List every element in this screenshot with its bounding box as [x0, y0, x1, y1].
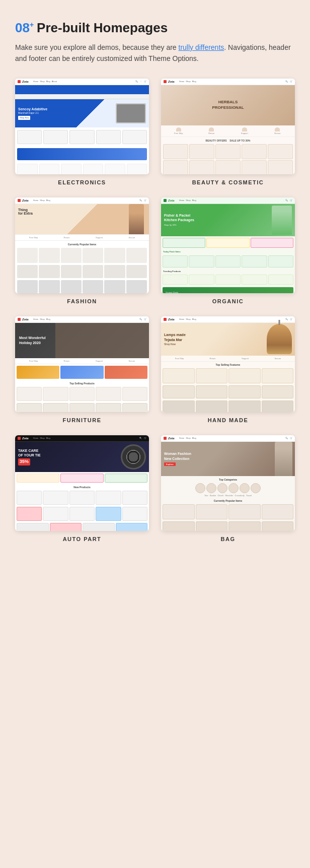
hprod-1 — [163, 368, 195, 383]
fitem-5 — [104, 248, 125, 263]
title-accent: 08+ — [15, 20, 34, 36]
fashion-items-grid3 — [15, 279, 149, 293]
brand-bar-fashion: Zota Home Shop Blog 🔍 🛒 — [15, 197, 149, 204]
fitem2-3 — [61, 265, 82, 278]
org-prod-4 — [242, 255, 267, 268]
arr-2 — [39, 164, 60, 174]
aprod3-1 — [17, 523, 49, 531]
furniture-products-grid2 — [15, 402, 149, 412]
fitem2-5 — [104, 265, 125, 278]
fprod-1 — [17, 387, 42, 401]
beauty-hero: HERBALSPROFESSIONAL — [161, 85, 295, 125]
bag-categories-row — [161, 482, 295, 494]
bagprod2-2 — [196, 521, 228, 531]
card-image-electronics[interactable]: Zota Home Shop Blog About 🔍 ♡ 🛒 — [15, 79, 149, 174]
organic-trending-label: Trending Products — [161, 269, 295, 274]
beauty-prod-9 — [242, 160, 267, 174]
autopart-products-grid2 — [15, 506, 149, 522]
card-label-autopart: AUTO PART — [63, 536, 102, 542]
fashion-hero: Thingfor Extra — [15, 204, 149, 234]
autopart-offer-2 — [60, 474, 103, 483]
bag-cat-1 — [195, 483, 205, 493]
card-image-beauty[interactable]: Zota Home Shop Blog 🔍 🛒 HERBALSPROFESSIO… — [161, 79, 295, 174]
organic-offers-row — [161, 236, 295, 249]
fitem2-1 — [17, 265, 38, 278]
aprod-3 — [69, 491, 95, 505]
card-image-bag[interactable]: Zota Home Shop Blog 🔍 🛒 Woman FashionNew… — [161, 435, 295, 531]
brand-dot-furniture — [18, 318, 21, 321]
hprod-3 — [228, 368, 261, 383]
org-prod2-5 — [268, 275, 293, 285]
fitem2-4 — [83, 265, 103, 278]
handmade-products-row3 — [161, 399, 295, 412]
autopart-offers-row — [15, 472, 149, 484]
fitem3-6 — [126, 280, 147, 293]
fprod-5 — [122, 387, 147, 401]
furniture-hero-bg — [55, 323, 149, 358]
bagprod-2 — [196, 504, 228, 519]
electronics-prod-5 — [122, 130, 147, 144]
electronics-arrivals-row — [15, 162, 149, 174]
bag-hero-person — [275, 442, 292, 476]
mock-handmade: Zota Home Shop Blog 🔍 🛒 Lam — [161, 316, 295, 412]
org-prod-2 — [189, 255, 214, 268]
bag-cat-4 — [228, 483, 239, 493]
beauty-prod-8 — [215, 160, 241, 174]
bagprod-1 — [163, 504, 195, 519]
card-label-fashion: FASHION — [67, 298, 97, 304]
electronics-prod-2 — [43, 130, 68, 144]
autopart-hero-wheel — [121, 444, 146, 470]
aprod-4 — [96, 491, 121, 505]
fitem3-4 — [83, 280, 103, 293]
card-label-organic: ORGANIC — [212, 298, 244, 304]
electronics-prod-1 — [17, 130, 42, 144]
fitem-2 — [39, 248, 59, 263]
brand-bar-organic: Zota Home Shop Blog 🔍 🛒 — [161, 197, 295, 204]
bag-categories-label: Tote Bucket Clutch Shoulder Crossbody Tr… — [161, 494, 295, 498]
card-label-electronics: ELECTRONICS — [58, 179, 106, 185]
bag-cat-6 — [251, 483, 261, 493]
card-electronics: Zota Home Shop Blog About 🔍 ♡ 🛒 — [15, 79, 149, 185]
organic-hero-person — [272, 206, 292, 235]
arr-6 — [127, 164, 147, 174]
fitem-6 — [126, 248, 147, 263]
card-image-organic[interactable]: Zota Home Shop Blog 🔍 🛒 Fisher & PackelK… — [161, 197, 295, 293]
fprod2-5 — [122, 403, 147, 412]
brand-bar-handmade: Zota Home Shop Blog 🔍 🛒 — [161, 316, 295, 323]
handmade-products-row — [161, 367, 295, 384]
aprod-1 — [17, 491, 42, 505]
trully-differents-link[interactable]: trully differents — [179, 43, 224, 51]
arr-5 — [105, 164, 125, 174]
beauty-prod-6 — [163, 160, 188, 174]
bagprod-3 — [228, 504, 261, 519]
electronics-banner2 — [17, 148, 147, 160]
beauty-prod-1 — [163, 144, 188, 159]
hprod2-2 — [196, 385, 228, 398]
autopart-section-label: New Products — [15, 484, 149, 490]
bag-cat-5 — [240, 483, 250, 493]
fitem3-1 — [17, 280, 38, 293]
aprod3-3 — [83, 523, 115, 531]
card-image-fashion[interactable]: Zota Home Shop Blog 🔍 🛒 Thi — [15, 197, 149, 293]
fprod2-1 — [17, 403, 42, 412]
arr-1 — [17, 164, 38, 174]
brand-bar-electronics: Zota Home Shop Blog About 🔍 ♡ 🛒 — [15, 79, 149, 85]
card-furniture: Zota Home Shop Blog 🔍 🛒 Most — [15, 316, 149, 423]
organic-offer-3 — [251, 238, 293, 248]
fitem2-2 — [39, 265, 59, 278]
aprod2-1 — [17, 507, 42, 521]
card-image-handmade[interactable]: Zota Home Shop Blog 🔍 🛒 Lam — [161, 316, 295, 412]
fitem3-2 — [39, 280, 59, 293]
org-prod2-3 — [215, 275, 241, 285]
card-image-furniture[interactable]: Zota Home Shop Blog 🔍 🛒 Most — [15, 316, 149, 412]
card-image-autopart[interactable]: Zota Home Shop Blog 🔍 🛒 TAK — [15, 435, 149, 531]
handmade-hero: Lamps madeTejada Mar Shop Now — [161, 323, 295, 356]
mock-organic: Zota Home Shop Blog 🔍 🛒 Fisher & PackelK… — [161, 197, 295, 293]
homepage-grid: Zota Home Shop Blog About 🔍 ♡ 🛒 — [15, 79, 295, 542]
furniture-banner-1 — [17, 366, 59, 379]
furniture-banner-3 — [105, 366, 147, 379]
org-prod2-2 — [189, 275, 214, 285]
mock-furniture: Zota Home Shop Blog 🔍 🛒 Most — [15, 316, 149, 412]
card-label-handmade: HAND MADE — [208, 417, 249, 423]
beauty-products-grid — [161, 143, 295, 174]
